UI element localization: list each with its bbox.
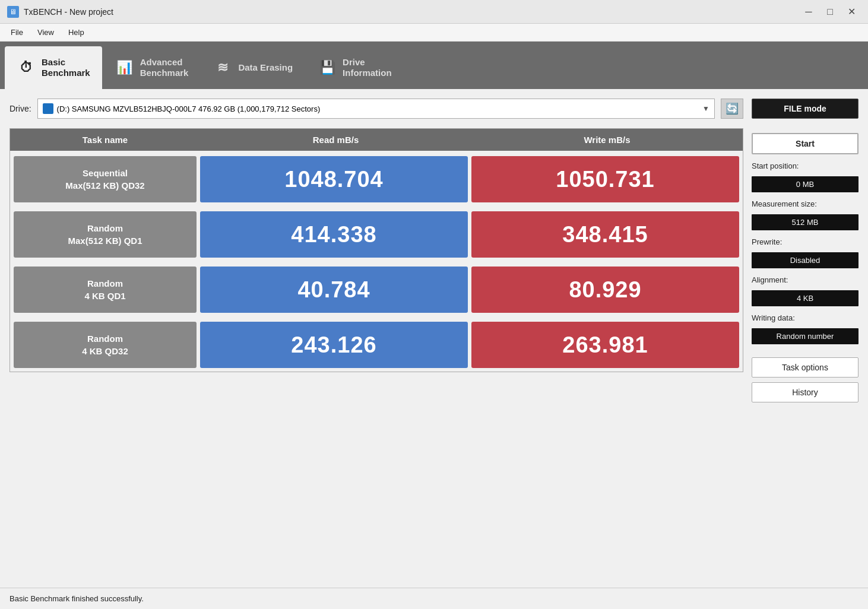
start-position-label: Start position: — [752, 161, 859, 170]
right-panel: FILE mode Start Start position: 0 MB Mea… — [752, 99, 859, 578]
prewrite-label: Prewrite: — [752, 237, 859, 246]
left-panel: Drive: (D:) SAMSUNG MZVLB512HBJQ-000L7 4… — [9, 99, 743, 578]
table-row: Random4 KB QD1 40.784 80.929 — [10, 261, 743, 316]
drive-refresh-button[interactable]: 🔄 — [721, 99, 743, 119]
file-mode-button[interactable]: FILE mode — [752, 99, 859, 119]
read-sequential: 1048.704 — [200, 156, 468, 202]
alignment-label: Alignment: — [752, 275, 859, 284]
write-random-512kb-qd1: 348.415 — [471, 211, 739, 258]
drive-select-text: (D:) SAMSUNG MZVLB512HBJQ-000L7 476.92 G… — [43, 103, 321, 114]
menu-view[interactable]: View — [31, 26, 60, 39]
drive-select[interactable]: (D:) SAMSUNG MZVLB512HBJQ-000L7 476.92 G… — [37, 99, 715, 119]
task-sequential: SequentialMax(512 KB) QD32 — [14, 156, 197, 202]
tab-erasing-label: Data Erasing — [238, 62, 293, 73]
title-bar-controls: ─ □ ✕ — [799, 4, 861, 20]
drive-information-icon: 💾 — [318, 58, 337, 77]
main-content: Drive: (D:) SAMSUNG MZVLB512HBJQ-000L7 4… — [0, 89, 868, 588]
data-erasing-icon: ≋ — [213, 58, 232, 77]
tab-data-erasing[interactable]: ≋ Data Erasing — [201, 46, 305, 89]
tab-advanced-label: Advanced Benchmark — [140, 57, 189, 78]
drive-icon-blue — [43, 103, 53, 114]
measurement-size-value: 512 MB — [752, 214, 859, 230]
table-row: Random4 KB QD32 243.126 263.981 — [10, 316, 743, 372]
tab-toolbar: ⏱ Basic Benchmark 📊 Advanced Benchmark ≋… — [0, 42, 868, 89]
title-bar-left: 🖥 TxBENCH - New project — [7, 6, 113, 18]
menu-file[interactable]: File — [5, 26, 29, 39]
task-random-512kb-qd1: RandomMax(512 KB) QD1 — [14, 211, 197, 258]
basic-benchmark-icon: ⏱ — [17, 58, 36, 77]
drive-label: Drive: — [9, 104, 31, 113]
task-random-4kb-qd1: Random4 KB QD1 — [14, 267, 197, 313]
write-random-4kb-qd1: 80.929 — [471, 267, 739, 313]
advanced-benchmark-icon: 📊 — [115, 58, 134, 77]
tab-basic-label: Basic Benchmark — [42, 57, 90, 78]
header-read-mbs: Read mB/s — [200, 129, 471, 151]
benchmark-table: Task name Read mB/s Write mB/s Sequentia… — [9, 128, 743, 372]
maximize-button[interactable]: □ — [821, 4, 840, 20]
drive-dropdown-arrow-icon: ▼ — [702, 104, 709, 113]
task-random-4kb-qd32: Random4 KB QD32 — [14, 322, 197, 368]
table-row: RandomMax(512 KB) QD1 414.338 348.415 — [10, 206, 743, 261]
measurement-size-label: Measurement size: — [752, 199, 859, 208]
start-position-value: 0 MB — [752, 176, 859, 192]
read-random-4kb-qd32: 243.126 — [200, 322, 468, 368]
alignment-value: 4 KB — [752, 290, 859, 306]
app-title: TxBENCH - New project — [24, 7, 113, 17]
bench-table-header: Task name Read mB/s Write mB/s — [10, 129, 743, 151]
status-bar: Basic Benchmark finished successfully. — [0, 588, 868, 609]
menu-bar: File View Help — [0, 24, 868, 42]
tab-drive-label: Drive Information — [343, 57, 392, 78]
prewrite-value: Disabled — [752, 252, 859, 268]
drive-row: Drive: (D:) SAMSUNG MZVLB512HBJQ-000L7 4… — [9, 99, 743, 119]
close-button[interactable]: ✕ — [842, 4, 861, 20]
task-options-button[interactable]: Task options — [752, 357, 859, 378]
tab-drive-information[interactable]: 💾 Drive Information — [306, 46, 404, 89]
tab-basic-benchmark[interactable]: ⏱ Basic Benchmark — [5, 46, 102, 89]
start-button[interactable]: Start — [752, 133, 859, 154]
status-text: Basic Benchmark finished successfully. — [9, 594, 144, 603]
app-icon: 🖥 — [7, 6, 19, 18]
writing-data-label: Writing data: — [752, 313, 859, 322]
read-random-512kb-qd1: 414.338 — [200, 211, 468, 258]
header-write-mbs: Write mB/s — [471, 129, 743, 151]
table-row: SequentialMax(512 KB) QD32 1048.704 1050… — [10, 151, 743, 206]
read-random-4kb-qd1: 40.784 — [200, 267, 468, 313]
write-random-4kb-qd32: 263.981 — [471, 322, 739, 368]
writing-data-value: Random number — [752, 328, 859, 344]
write-sequential: 1050.731 — [471, 156, 739, 202]
title-bar: 🖥 TxBENCH - New project ─ □ ✕ — [0, 0, 868, 24]
drive-selected-value: (D:) SAMSUNG MZVLB512HBJQ-000L7 476.92 G… — [57, 104, 321, 113]
menu-help[interactable]: Help — [62, 26, 90, 39]
header-task-name: Task name — [10, 129, 200, 151]
history-button[interactable]: History — [752, 382, 859, 402]
minimize-button[interactable]: ─ — [799, 4, 818, 20]
tab-advanced-benchmark[interactable]: 📊 Advanced Benchmark — [103, 46, 201, 89]
